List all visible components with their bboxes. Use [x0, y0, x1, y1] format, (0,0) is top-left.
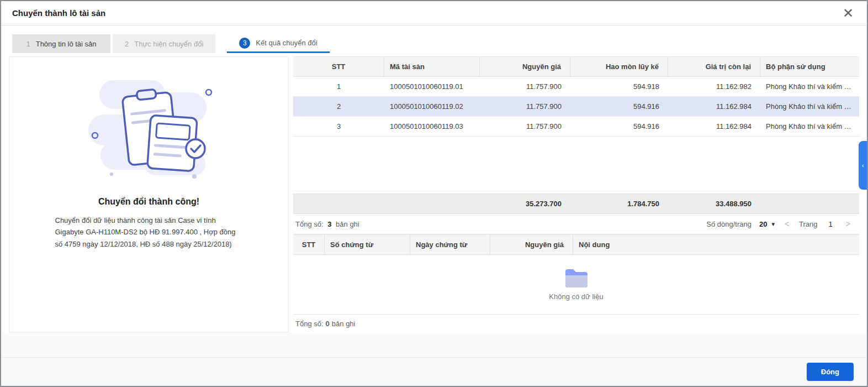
tab-step-2-perform-conversion[interactable]: 2 Thực hiện chuyển đổi: [113, 34, 215, 53]
step-3-label: Kết quả chuyển đổi: [256, 39, 317, 47]
cell-gia-tri: 11.162.984: [668, 97, 760, 116]
col-ngay-chung-tu: Ngày chứng từ: [410, 235, 490, 254]
documents-empty-state: Không có dữ liệu: [293, 255, 859, 315]
tab-step-3-conversion-result[interactable]: 3 Kết quả chuyển đổi: [227, 34, 329, 53]
col-noi-dung: Nội dung: [573, 235, 859, 254]
cell-nguyen-gia: 11.757.900: [480, 97, 570, 116]
cell-gia-tri: 11.162.984: [668, 117, 760, 136]
modal-title: Chuyển thành lô tài sản: [12, 8, 105, 18]
collapse-panel-toggle[interactable]: ‹: [859, 141, 867, 190]
cell-stt: 1: [293, 77, 384, 96]
assets-summary-row: 35.273.700 1.784.750 33.488.950: [293, 194, 859, 214]
col-stt: STT: [293, 57, 384, 76]
assets-pagination-bar: Tổng số: 3 bản ghi Số dòng/trang 20 ▾ < …: [293, 214, 859, 234]
col-ma-tai-san: Mã tài sản: [384, 57, 480, 76]
cell-ma-tai-san: 1000501010060119.02: [384, 97, 480, 116]
cell-ma-tai-san: 1000501010060119.03: [384, 117, 480, 136]
documents-table-header: STT Số chứng từ Ngày chứng từ Nguyên giá…: [293, 234, 859, 255]
cell-nguyen-gia: 11.757.900: [480, 117, 570, 136]
success-heading: Chuyển đổi thành công!: [9, 197, 288, 207]
cell-ma-tai-san: 1000501010060119.01: [384, 77, 480, 96]
success-description: Chuyển đổi dữ liệu thành công tài sản Ca…: [55, 215, 243, 250]
total-label: Tổng số:: [295, 220, 324, 228]
summary-nguyen-gia: 35.273.700: [480, 194, 570, 213]
cell-nguyen-gia: 11.757.900: [480, 77, 570, 96]
page-size-value: 20: [759, 220, 767, 228]
table-row[interactable]: 3 1000501010060119.03 11.757.900 594.916…: [293, 117, 859, 137]
step-tabbar: 1 Thông tin lô tài sản 2 Thực hiện chuyể…: [1, 34, 867, 53]
success-panel: Chuyển đổi thành công! Chuyển đổi dữ liệ…: [9, 56, 289, 332]
page-label: Trang: [799, 220, 817, 228]
col-stt: STT: [293, 235, 325, 254]
prev-page-button[interactable]: <: [782, 219, 791, 228]
cell-bo-phan: Phòng Khảo thí và kiểm đị...: [760, 77, 859, 96]
success-illustration: [78, 76, 220, 186]
step-1-number: 1: [26, 40, 30, 48]
summary-gia-tri: 33.488.950: [668, 194, 760, 213]
cell-hao-mon: 594.918: [570, 77, 668, 96]
empty-text: Không có dữ liệu: [549, 292, 603, 301]
col-nguyen-gia: Nguyên giá: [480, 57, 570, 76]
table-empty-space: [293, 137, 859, 194]
col-gia-tri-con-lai: Giá trị còn lại: [668, 57, 760, 76]
cell-bo-phan: Phòng Khảo thí và kiểm đị...: [760, 117, 859, 136]
chevron-left-icon: ‹: [862, 162, 864, 169]
close-icon[interactable]: ✕: [840, 7, 856, 20]
assets-total: Tổng số: 3 bản ghi: [295, 220, 359, 228]
chevron-down-icon: ▾: [771, 221, 775, 228]
total-value: 3: [327, 220, 331, 228]
table-row-selected[interactable]: 2 1000501010060119.02 11.757.900 594.916…: [293, 97, 859, 117]
total-value: 0: [326, 320, 330, 328]
convert-asset-lot-modal: Chuyển thành lô tài sản ✕ 1 Thông tin lô…: [0, 0, 868, 387]
modal-footer: Đóng: [1, 357, 867, 386]
table-row[interactable]: 1 1000501010060119.01 11.757.900 594.918…: [293, 77, 859, 97]
page-size-select[interactable]: 20 ▾: [759, 220, 775, 228]
folder-icon: [564, 268, 589, 288]
modal-body: Chuyển đổi thành công! Chuyển đổi dữ liệ…: [1, 53, 867, 332]
step-1-label: Thông tin lô tài sản: [36, 40, 97, 48]
cell-gia-tri: 11.162.982: [668, 77, 760, 96]
total-label: Tổng số:: [295, 320, 324, 328]
col-nguyen-gia: Nguyên giá: [490, 235, 573, 254]
step-2-number: 2: [125, 40, 129, 48]
close-button[interactable]: Đóng: [807, 363, 854, 381]
col-hao-mon-luy-ke: Hao mòn lũy kế: [570, 57, 668, 76]
step-2-label: Thực hiện chuyển đổi: [134, 40, 203, 48]
cell-stt: 2: [293, 97, 384, 116]
total-suffix: bản ghi: [336, 220, 359, 228]
step-3-badge: 3: [239, 38, 250, 49]
col-bo-phan-su-dung: Bộ phận sử dụng: [760, 57, 859, 76]
documents-total: Tổng số: 0 bản ghi: [293, 315, 859, 332]
summary-hao-mon: 1.784.750: [570, 194, 668, 213]
next-page-button[interactable]: >: [844, 219, 853, 228]
col-so-chung-tu: Số chứng từ: [325, 235, 410, 254]
cell-stt: 3: [293, 117, 384, 136]
modal-header: Chuyển thành lô tài sản ✕: [1, 1, 867, 25]
current-page-number: 1: [825, 220, 836, 228]
cell-bo-phan: Phòng Khảo thí và kiểm đị...: [760, 97, 859, 116]
assets-table-header: STT Mã tài sản Nguyên giá Hao mòn lũy kế…: [293, 56, 859, 77]
page-size-label: Số dòng/trang: [706, 220, 751, 228]
total-suffix: bản ghi: [332, 320, 356, 328]
cell-hao-mon: 594.916: [570, 97, 668, 116]
tab-step-1-asset-lot-info[interactable]: 1 Thông tin lô tài sản: [12, 34, 110, 53]
cell-hao-mon: 594.916: [570, 117, 668, 136]
result-content: STT Mã tài sản Nguyên giá Hao mòn lũy kế…: [293, 56, 859, 332]
lower-fill: [1, 332, 867, 357]
